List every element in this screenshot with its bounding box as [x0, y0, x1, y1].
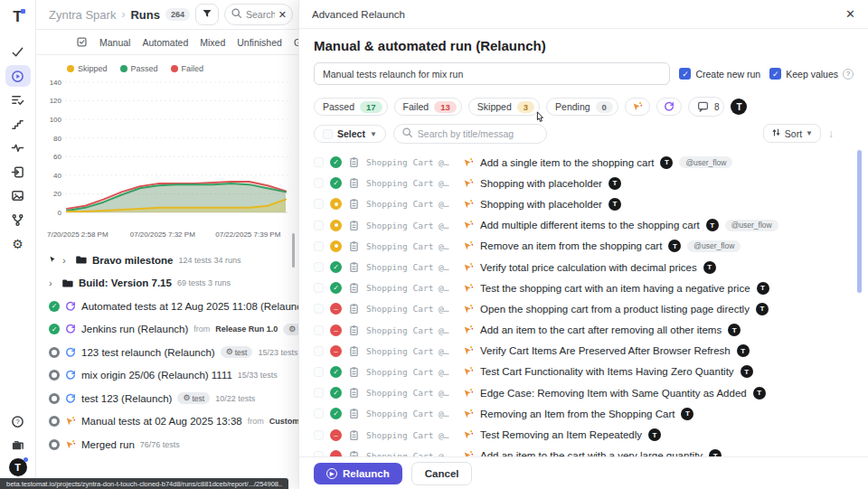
tab-manual[interactable]: Manual: [99, 37, 130, 48]
filter-chip-passed[interactable]: Passed17: [314, 98, 388, 116]
tree-run-row[interactable]: Merged run76/76 tests: [36, 433, 298, 456]
filter-button[interactable]: [195, 4, 219, 25]
test-title: Test Cart Functionality with Items Havin…: [480, 366, 734, 377]
tab-automated[interactable]: Automated: [142, 37, 188, 48]
drag-cursor-icon[interactable]: [49, 256, 57, 264]
manual-icon: [463, 409, 474, 419]
legend-passed[interactable]: Passed: [120, 64, 158, 73]
rail-item-folders-icon[interactable]: [5, 435, 31, 456]
rail-item-steps-icon[interactable]: [5, 113, 31, 135]
app-logo[interactable]: T: [13, 8, 22, 26]
tree-run-row[interactable]: Manual tests at 02 Aug 2025 13:38fromCus…: [36, 410, 298, 434]
filter-chip-skipped[interactable]: Skipped3: [468, 98, 540, 116]
test-assignee-avatar: T: [648, 428, 661, 441]
test-row[interactable]: –Shopping Cart @…Open the shopping cart …: [314, 298, 854, 319]
filter-chip-count: 17: [360, 101, 382, 113]
checkbox-create-new-run[interactable]: ✓Create new run: [679, 68, 760, 80]
svg-text:?: ?: [15, 418, 19, 426]
run-status-passed-icon: ✓: [49, 324, 60, 334]
rail-item-import-icon[interactable]: [5, 161, 31, 183]
tree-run-row[interactable]: mix origin 25/06 (Relaunch) 111115/33 te…: [36, 364, 298, 388]
test-row[interactable]: Shopping Cart @…Shopping with placeholde…: [314, 193, 854, 214]
download-icon[interactable]: ↓: [828, 127, 834, 140]
checkbox-checked-icon[interactable]: ✓: [769, 68, 781, 80]
test-checkbox[interactable]: [314, 388, 324, 398]
test-checkbox[interactable]: [314, 262, 324, 272]
test-row[interactable]: –Shopping Cart @…Add an item to the cart…: [314, 320, 854, 341]
help-icon[interactable]: ?: [843, 69, 854, 80]
test-checkbox[interactable]: [314, 409, 324, 418]
modal-scrollbar[interactable]: [857, 150, 862, 293]
test-checkbox[interactable]: [314, 283, 324, 293]
rail-item-pulse-icon[interactable]: [5, 137, 31, 159]
test-row[interactable]: Shopping Cart @…Remove an item from the …: [314, 236, 854, 257]
test-checkbox[interactable]: [314, 304, 324, 314]
tree-folder-row[interactable]: ›Bravo milestone124 tests 34 runs: [36, 249, 298, 272]
runs-search-input[interactable]: Search [C ✕: [224, 4, 293, 25]
select-dropdown[interactable]: Select ▼: [314, 125, 386, 143]
test-title: Verify Cart Items Are Preserved After Br…: [480, 345, 731, 356]
tree-run-row[interactable]: 123 test relaunch (Relaunch)⚙test15/23 t…: [36, 341, 298, 364]
run-name-input[interactable]: [314, 62, 670, 85]
legend-label: Skipped: [78, 64, 108, 73]
test-row[interactable]: ✓Shopping Cart @…Edge Case: Removing Ite…: [314, 382, 854, 403]
user-avatar[interactable]: T: [9, 458, 27, 476]
tree-folder-row[interactable]: ›Build: Version 7.1569 tests 3 runs: [36, 272, 298, 296]
test-row[interactable]: ✓Shopping Cart @…Shopping with placehold…: [314, 173, 854, 193]
tree-run-row[interactable]: ✓Automated tests at 12 Aug 2025 11:08 (R…: [36, 295, 298, 318]
funnel-icon: [202, 6, 212, 23]
legend-failed[interactable]: Failed: [171, 64, 204, 73]
assignee-filter-avatar[interactable]: T: [731, 99, 747, 115]
select-runs-icon[interactable]: [76, 36, 88, 48]
test-row[interactable]: ✓Shopping Cart @…Test Cart Functionality…: [314, 362, 854, 382]
test-search-input[interactable]: Search by title/messag: [393, 124, 547, 144]
tree-run-row[interactable]: test 123 (Relaunch)⚙test10/22 tests: [36, 387, 298, 410]
close-icon[interactable]: ✕: [845, 7, 855, 21]
test-checkbox[interactable]: [314, 325, 324, 335]
cancel-button[interactable]: Cancel: [411, 462, 473, 485]
checkbox-keep-values[interactable]: ✓Keep values?: [769, 68, 854, 80]
test-row[interactable]: Shopping Cart @…Add multiple different i…: [314, 215, 854, 236]
test-checkbox[interactable]: [314, 199, 324, 209]
test-checkbox[interactable]: [314, 241, 324, 251]
filter-chip-manual-icon[interactable]: [625, 98, 650, 116]
test-checkbox[interactable]: [314, 157, 324, 167]
rail-item-check-icon[interactable]: [5, 42, 31, 63]
test-checkbox[interactable]: [314, 346, 324, 356]
test-row[interactable]: ✓Shopping Cart @…Test the shopping cart …: [314, 277, 854, 298]
left-panel-scrollbar[interactable]: [292, 233, 295, 268]
test-checkbox[interactable]: [314, 430, 324, 440]
checkbox-checked-icon[interactable]: ✓: [679, 68, 691, 80]
legend-skipped[interactable]: Skipped: [67, 64, 108, 73]
rail-item-help-icon[interactable]: ?: [5, 410, 31, 432]
relaunch-button[interactable]: ▶ Relaunch: [314, 463, 402, 484]
breadcrumb-project[interactable]: Zyntra Spark: [49, 8, 116, 22]
test-row[interactable]: ✓Shopping Cart @…Verify total price calc…: [314, 257, 854, 277]
filter-chip-comments[interactable]: 8: [688, 97, 725, 117]
test-group: Shopping Cart @…: [366, 388, 457, 398]
clear-search-icon[interactable]: ✕: [278, 9, 287, 21]
test-checkbox[interactable]: [314, 221, 324, 230]
filter-chip-pending[interactable]: Pending0: [546, 98, 618, 116]
test-row[interactable]: ✓Shopping Cart @…Add a single item to th…: [314, 152, 854, 173]
rail-item-branch-icon[interactable]: [5, 209, 31, 230]
tab-unfinished[interactable]: Unfinished: [237, 37, 282, 48]
filter-chip-automated-icon[interactable]: [656, 98, 682, 116]
test-row[interactable]: –Shopping Cart @…Test Removing an Item R…: [314, 424, 854, 445]
test-checkbox[interactable]: [314, 178, 324, 188]
rail-item-gear-icon[interactable]: ⚙: [5, 233, 31, 255]
chevron-right-icon[interactable]: ›: [62, 255, 70, 266]
select-all-checkbox[interactable]: [323, 129, 333, 139]
run-status-mixed-icon: [49, 439, 60, 450]
test-row[interactable]: –Shopping Cart @…Verify Cart Items Are P…: [314, 341, 854, 362]
chevron-right-icon[interactable]: ›: [49, 277, 56, 288]
tab-mixed[interactable]: Mixed: [200, 37, 225, 48]
rail-item-tasks-icon[interactable]: [5, 89, 31, 111]
test-row[interactable]: ✓Shopping Cart @…Removing an Item from t…: [314, 403, 854, 424]
sort-button[interactable]: Sort ▼: [763, 124, 821, 143]
filter-chip-failed[interactable]: Failed13: [394, 98, 462, 116]
tree-run-row[interactable]: ✓Jenkins run (Relaunch)fromRelease Run 1…: [36, 318, 298, 342]
test-checkbox[interactable]: [314, 367, 324, 377]
rail-item-image-icon[interactable]: [5, 185, 31, 207]
rail-item-runs-icon[interactable]: [5, 65, 31, 87]
